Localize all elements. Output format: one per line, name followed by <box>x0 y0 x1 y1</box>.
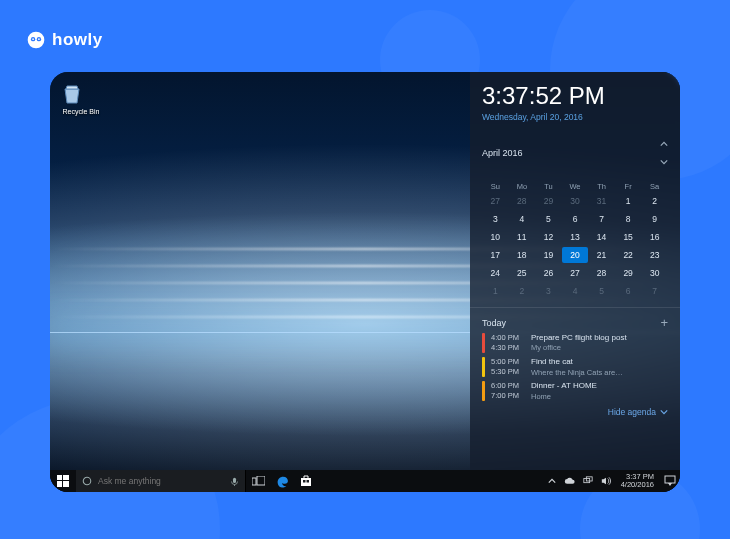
calendar-day[interactable]: 27 <box>482 193 509 209</box>
day-of-week-row: SuMoTuWeThFrSa <box>482 180 668 193</box>
calendar-day[interactable]: 13 <box>562 229 589 245</box>
recycle-bin[interactable]: Recycle Bin <box>60 82 102 115</box>
calendar-day[interactable]: 2 <box>509 283 536 299</box>
calendar-day[interactable]: 19 <box>535 247 562 263</box>
event-color-bar <box>482 333 485 353</box>
calendar-header: April 2016 <box>482 130 668 176</box>
flyout-date[interactable]: Wednesday, April 20, 2016 <box>482 112 668 122</box>
svg-rect-10 <box>233 477 236 482</box>
edge-button[interactable] <box>270 470 294 492</box>
calendar-day[interactable]: 26 <box>535 265 562 281</box>
divider <box>470 307 680 308</box>
volume-icon <box>601 476 611 486</box>
tray-onedrive[interactable] <box>563 477 577 485</box>
calendar-day[interactable]: 3 <box>482 211 509 227</box>
calendar-day[interactable]: 25 <box>509 265 536 281</box>
calendar-grid: 2728293031123456789101112131415161718192… <box>482 193 668 299</box>
day-header: Fr <box>615 180 642 193</box>
cortana-search[interactable] <box>76 470 246 492</box>
chevron-down-icon <box>660 408 668 416</box>
flyout-clock: 3:37:52 PM <box>482 82 668 110</box>
calendar-day[interactable]: 31 <box>588 193 615 209</box>
calendar-day[interactable]: 6 <box>615 283 642 299</box>
calendar-day[interactable]: 3 <box>535 283 562 299</box>
calendar-day[interactable]: 18 <box>509 247 536 263</box>
start-button[interactable] <box>50 475 76 487</box>
calendar-day[interactable]: 6 <box>562 211 589 227</box>
svg-point-9 <box>83 477 91 485</box>
calendar-day[interactable]: 23 <box>641 247 668 263</box>
add-event-button[interactable]: + <box>660 316 668 329</box>
search-input[interactable] <box>98 476 224 486</box>
agenda-event[interactable]: 5:00 PM5:30 PMFind the catWhere the Ninj… <box>482 357 668 377</box>
calendar-day[interactable]: 16 <box>641 229 668 245</box>
calendar-day[interactable]: 17 <box>482 247 509 263</box>
calendar-day[interactable]: 10 <box>482 229 509 245</box>
calendar-day[interactable]: 22 <box>615 247 642 263</box>
calendar-day[interactable]: 14 <box>588 229 615 245</box>
recycle-bin-label: Recycle Bin <box>60 108 102 115</box>
system-tray <box>543 476 615 486</box>
calendar-day[interactable]: 15 <box>615 229 642 245</box>
calendar-day[interactable]: 30 <box>562 193 589 209</box>
svg-rect-7 <box>57 481 62 487</box>
calendar-day[interactable]: 5 <box>588 283 615 299</box>
recycle-bin-icon <box>60 82 84 106</box>
svg-point-3 <box>32 38 34 40</box>
calendar-day[interactable]: 2 <box>641 193 668 209</box>
svg-rect-12 <box>257 476 265 485</box>
calendar-day[interactable]: 8 <box>615 211 642 227</box>
calendar-day[interactable]: 4 <box>509 211 536 227</box>
network-icon <box>583 476 593 486</box>
calendar-day-today[interactable]: 20 <box>562 247 589 263</box>
calendar-day[interactable]: 28 <box>588 265 615 281</box>
calendar-day[interactable]: 24 <box>482 265 509 281</box>
calendar-day[interactable]: 21 <box>588 247 615 263</box>
calendar-day[interactable]: 4 <box>562 283 589 299</box>
event-color-bar <box>482 381 485 401</box>
brand-logo: howly <box>26 30 103 50</box>
chevron-up-icon <box>548 477 556 485</box>
screenshot-frame: Recycle Bin 3:37:52 PM Wednesday, April … <box>50 72 680 492</box>
calendar-day[interactable]: 27 <box>562 265 589 281</box>
microphone-icon[interactable] <box>230 477 239 486</box>
calendar-day[interactable]: 12 <box>535 229 562 245</box>
edge-icon <box>276 475 289 488</box>
svg-point-4 <box>38 38 40 40</box>
agenda-list: 4:00 PM4:30 PMPrepare PC flight blog pos… <box>482 333 668 401</box>
agenda-event[interactable]: 6:00 PM7:00 PMDinner - AT HOMEHome <box>482 381 668 401</box>
store-button[interactable] <box>294 470 318 492</box>
calendar-day[interactable]: 11 <box>509 229 536 245</box>
calendar-day[interactable]: 30 <box>641 265 668 281</box>
calendar-day[interactable]: 1 <box>482 283 509 299</box>
month-label[interactable]: April 2016 <box>482 148 523 158</box>
calendar-day[interactable]: 7 <box>641 283 668 299</box>
taskbar-clock[interactable]: 3:37 PM 4/20/2016 <box>615 473 660 489</box>
event-color-bar <box>482 357 485 377</box>
store-icon <box>300 475 312 487</box>
task-view-button[interactable] <box>246 470 270 492</box>
calendar-day[interactable]: 29 <box>535 193 562 209</box>
action-center-icon <box>664 475 676 487</box>
brand-name: howly <box>52 30 103 50</box>
event-body: Find the catWhere the Ninja Cats are… <box>531 357 668 377</box>
svg-rect-15 <box>307 480 310 483</box>
svg-rect-13 <box>301 478 311 486</box>
calendar-day[interactable]: 28 <box>509 193 536 209</box>
tray-overflow-button[interactable] <box>545 477 559 485</box>
event-body: Prepare PC flight blog postMy office <box>531 333 668 353</box>
tray-network[interactable] <box>581 476 595 486</box>
calendar-day[interactable]: 9 <box>641 211 668 227</box>
task-view-icon <box>252 476 265 487</box>
svg-rect-5 <box>57 475 62 480</box>
calendar-day[interactable]: 1 <box>615 193 642 209</box>
agenda-event[interactable]: 4:00 PM4:30 PMPrepare PC flight blog pos… <box>482 333 668 353</box>
calendar-day[interactable]: 5 <box>535 211 562 227</box>
agenda-title: Today <box>482 318 506 328</box>
calendar-day[interactable]: 29 <box>615 265 642 281</box>
hide-agenda-button[interactable]: Hide agenda <box>482 401 668 419</box>
event-times: 4:00 PM4:30 PM <box>491 333 525 353</box>
day-header: We <box>562 180 589 193</box>
tray-volume[interactable] <box>599 476 613 486</box>
calendar-day[interactable]: 7 <box>588 211 615 227</box>
